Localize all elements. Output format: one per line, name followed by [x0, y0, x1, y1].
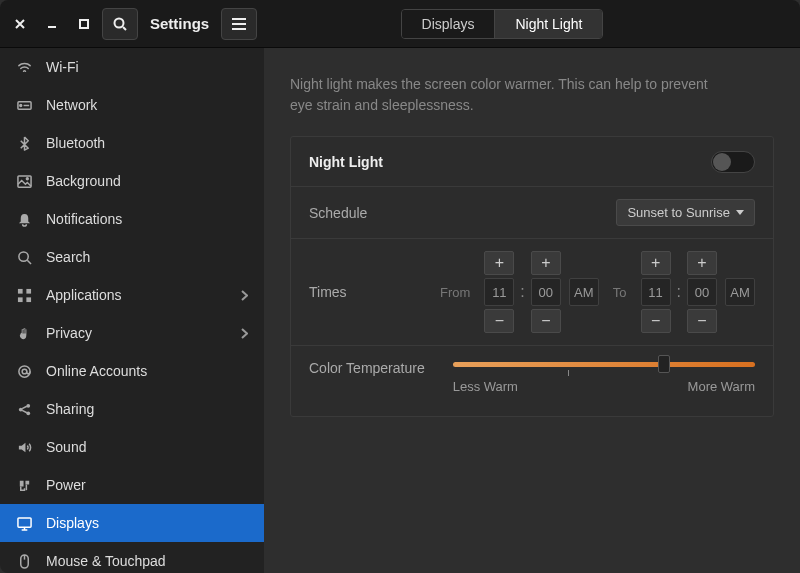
- minimize-button[interactable]: [36, 8, 68, 40]
- slider-thumb[interactable]: [658, 355, 670, 373]
- network-icon: [16, 97, 32, 113]
- sidebar-item-label: Search: [46, 249, 90, 265]
- chevron-right-icon: [241, 328, 248, 339]
- slider-tick: [568, 370, 569, 376]
- share-icon: [16, 401, 32, 417]
- sidebar-item-privacy[interactable]: Privacy: [0, 314, 264, 352]
- bell-icon: [16, 211, 32, 227]
- maximize-icon: [79, 19, 89, 29]
- svg-point-3: [19, 104, 21, 106]
- sidebar-item-online-accounts[interactable]: Online Accounts: [0, 352, 264, 390]
- color-temp-slider-wrap: Less Warm More Warm: [453, 360, 755, 394]
- close-icon: [15, 19, 25, 29]
- settings-panel: Night Light Schedule Sunset to Sunrise: [290, 136, 774, 417]
- sidebar-item-label: Applications: [46, 287, 122, 303]
- night-light-label: Night Light: [309, 154, 383, 170]
- titlebar-left: Settings: [0, 8, 264, 40]
- power-icon: [16, 477, 32, 493]
- menu-button[interactable]: [221, 8, 257, 40]
- svg-point-1: [115, 18, 124, 27]
- tab-night-light[interactable]: Night Light: [494, 10, 602, 38]
- hand-icon: [16, 325, 32, 341]
- sidebar-item-label: Displays: [46, 515, 99, 531]
- to-hour-value[interactable]: 11: [641, 278, 671, 306]
- color-temperature-row: Color Temperature Less Warm More Warm: [291, 346, 773, 416]
- sidebar-item-sound[interactable]: Sound: [0, 428, 264, 466]
- svg-rect-10: [26, 297, 31, 302]
- from-hour-spinner: + 11 −: [484, 251, 514, 333]
- sidebar-item-power[interactable]: Power: [0, 466, 264, 504]
- svg-point-6: [18, 251, 27, 260]
- tab-displays[interactable]: Displays: [402, 10, 495, 38]
- sidebar-item-label: Bluetooth: [46, 135, 105, 151]
- sidebar-item-bluetooth[interactable]: Bluetooth: [0, 124, 264, 162]
- window-title: Settings: [150, 15, 209, 32]
- bluetooth-icon: [16, 135, 32, 151]
- to-label: To: [613, 285, 627, 300]
- svg-rect-16: [17, 517, 30, 526]
- svg-rect-8: [26, 288, 31, 293]
- times-row: Times From + 11 − : + 00 −: [291, 239, 773, 346]
- titlebar: Settings Displays Night Light: [0, 0, 800, 48]
- chevron-down-icon: [736, 210, 744, 215]
- color-temp-label: Color Temperature: [309, 360, 425, 376]
- sidebar-item-label: Wi-Fi: [46, 59, 79, 75]
- sidebar-item-label: Notifications: [46, 211, 122, 227]
- at-icon: [16, 363, 32, 379]
- titlebar-center: Displays Night Light: [264, 9, 740, 39]
- svg-rect-0: [80, 20, 88, 28]
- from-min-down[interactable]: −: [531, 309, 561, 333]
- sidebar-item-search[interactable]: Search: [0, 238, 264, 276]
- sidebar-item-displays[interactable]: Displays: [0, 504, 264, 542]
- color-temp-slider[interactable]: [453, 362, 755, 367]
- svg-point-5: [26, 177, 28, 179]
- sidebar-item-label: Sound: [46, 439, 86, 455]
- close-button[interactable]: [4, 8, 36, 40]
- to-hour-down[interactable]: −: [641, 309, 671, 333]
- search-button[interactable]: [102, 8, 138, 40]
- grid-icon: [16, 287, 32, 303]
- to-hour-up[interactable]: +: [641, 251, 671, 275]
- wifi-icon: [16, 59, 32, 75]
- sidebar-item-applications[interactable]: Applications: [0, 276, 264, 314]
- slider-labels: Less Warm More Warm: [453, 379, 755, 394]
- sidebar-item-mouse-touchpad[interactable]: Mouse & Touchpad: [0, 542, 264, 573]
- svg-point-14: [26, 403, 30, 407]
- sidebar-item-sharing[interactable]: Sharing: [0, 390, 264, 428]
- to-ampm[interactable]: AM: [725, 278, 755, 306]
- schedule-dropdown[interactable]: Sunset to Sunrise: [616, 199, 755, 226]
- more-warm-label: More Warm: [688, 379, 755, 394]
- from-min-spinner: + 00 −: [531, 251, 561, 333]
- sidebar-item-label: Mouse & Touchpad: [46, 553, 166, 569]
- sidebar-item-background[interactable]: Background: [0, 162, 264, 200]
- from-hour-value[interactable]: 11: [484, 278, 514, 306]
- sidebar[interactable]: Wi-FiNetworkBluetoothBackgroundNotificat…: [0, 48, 264, 573]
- to-min-up[interactable]: +: [687, 251, 717, 275]
- svg-rect-9: [17, 297, 22, 302]
- sidebar-item-label: Background: [46, 173, 121, 189]
- to-min-down[interactable]: −: [687, 309, 717, 333]
- schedule-row: Schedule Sunset to Sunrise: [291, 187, 773, 239]
- to-min-spinner: + 00 −: [687, 251, 717, 333]
- from-hour-up[interactable]: +: [484, 251, 514, 275]
- minimize-icon: [47, 19, 57, 29]
- svg-point-15: [26, 411, 30, 415]
- from-hour-down[interactable]: −: [484, 309, 514, 333]
- sidebar-item-wi-fi[interactable]: Wi-Fi: [0, 48, 264, 86]
- sidebar-item-network[interactable]: Network: [0, 86, 264, 124]
- background-icon: [16, 173, 32, 189]
- night-light-toggle[interactable]: [711, 151, 755, 173]
- from-min-up[interactable]: +: [531, 251, 561, 275]
- from-ampm[interactable]: AM: [569, 278, 599, 306]
- sidebar-item-label: Sharing: [46, 401, 94, 417]
- maximize-button[interactable]: [68, 8, 100, 40]
- sidebar-item-notifications[interactable]: Notifications: [0, 200, 264, 238]
- chevron-right-icon: [241, 290, 248, 301]
- to-min-value[interactable]: 00: [687, 278, 717, 306]
- svg-point-11: [18, 365, 29, 376]
- from-min-value[interactable]: 00: [531, 278, 561, 306]
- content: Night light makes the screen color warme…: [264, 48, 800, 573]
- schedule-value: Sunset to Sunrise: [627, 205, 730, 220]
- description-text: Night light makes the screen color warme…: [290, 74, 720, 116]
- body: Wi-FiNetworkBluetoothBackgroundNotificat…: [0, 48, 800, 573]
